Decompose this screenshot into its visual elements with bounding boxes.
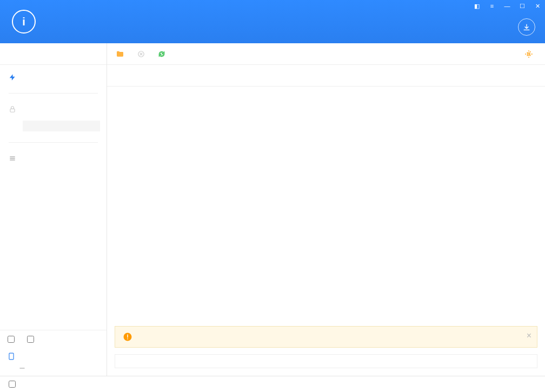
connected-device[interactable] [0,348,107,362]
alert-close-button[interactable]: × [527,331,531,341]
device-status [0,43,107,65]
tablet-icon [8,351,15,361]
app-header: i ◧ ≡ — ☐ ✕ [0,0,545,43]
skip-guide-checkbox[interactable] [27,336,37,343]
app-logo: i [0,10,53,34]
svg-point-9 [528,53,530,55]
sidebar-section-flash[interactable] [0,68,107,87]
open-folder-button[interactable] [116,50,128,58]
table-header [107,65,545,87]
refresh-icon [158,50,165,58]
auto-activate-checkbox[interactable] [8,336,17,343]
menu-button[interactable]: ≡ [484,0,500,12]
delete-button [137,50,148,58]
device-type [8,370,107,376]
sidebar-section-more[interactable] [0,149,107,168]
minimize-button[interactable]: — [500,0,515,12]
jailbreak-note [23,121,100,131]
more-icon [9,155,16,162]
content-area: × [107,43,545,376]
svg-rect-4 [9,353,14,360]
gear-icon [524,50,533,58]
svg-rect-0 [10,109,15,112]
device-capacity [19,368,25,369]
toolbar [107,43,545,65]
logo-icon: i [12,10,36,34]
warning-icon [123,332,132,342]
folder-icon [116,50,124,58]
flash-options [115,354,537,368]
status-bar-footer [0,376,545,392]
apple-id-alert: × [115,326,537,348]
lock-icon [9,105,16,113]
sidebar-section-jailbreak [0,100,107,118]
delete-icon [137,50,145,58]
maximize-button[interactable]: ☐ [515,0,530,12]
theme-button[interactable]: ◧ [469,0,484,12]
flash-icon [9,74,16,81]
flash-settings-button[interactable] [524,50,536,58]
refresh-button[interactable] [158,50,169,58]
svg-rect-11 [127,335,128,338]
window-controls: ◧ ≡ — ☐ ✕ [469,0,545,12]
sidebar [0,43,107,376]
block-itunes-checkbox[interactable] [9,381,18,388]
close-button[interactable]: ✕ [530,0,545,12]
download-manager-icon[interactable] [518,18,535,36]
svg-rect-12 [127,338,128,340]
